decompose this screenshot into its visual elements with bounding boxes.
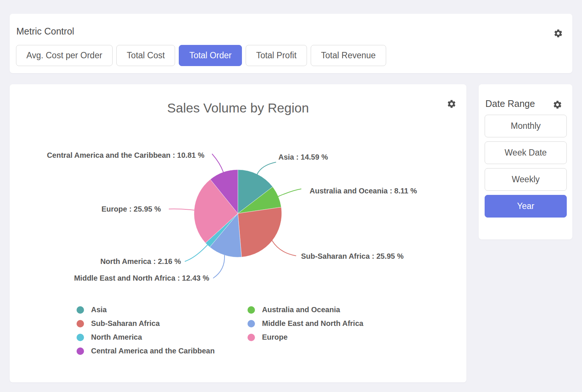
legend-item-middle-east-and-north-africa[interactable]: Middle East and North Africa bbox=[248, 319, 363, 328]
date-option-monthly[interactable]: Monthly bbox=[485, 115, 567, 137]
slice-label-europe: Europe : 25.95 % bbox=[101, 205, 161, 213]
chart-title: Sales Volume by Region bbox=[10, 101, 466, 114]
legend-item-sub-saharan-africa[interactable]: Sub-Saharan Africa bbox=[77, 319, 248, 328]
metric-option-total-revenue[interactable]: Total Revenue bbox=[311, 45, 386, 66]
chart-legend: AsiaAustralia and OceaniaSub-Saharan Afr… bbox=[77, 303, 363, 358]
metric-option-total-profit[interactable]: Total Profit bbox=[246, 45, 307, 66]
label-line-sub-saharan-africa bbox=[272, 241, 296, 256]
metric-control-panel: Metric Control Avg. Cost per OrderTotal … bbox=[10, 14, 572, 73]
date-option-week-date[interactable]: Week Date bbox=[485, 141, 567, 164]
label-line-central-america-and-the-caribbean bbox=[212, 154, 223, 172]
slice-label-north-america: North America : 2.16 % bbox=[100, 257, 181, 265]
metric-control-title: Metric Control bbox=[16, 27, 74, 36]
metric-control-settings-button[interactable] bbox=[553, 29, 563, 38]
pie-slice-sub-saharan-africa[interactable] bbox=[238, 207, 282, 257]
legend-label: Middle East and North Africa bbox=[262, 319, 363, 328]
date-option-year[interactable]: Year bbox=[485, 195, 567, 218]
date-range-panel: Date Range MonthlyWeek DateWeeklyYear bbox=[479, 84, 572, 239]
metric-option-total-cost[interactable]: Total Cost bbox=[116, 45, 175, 66]
pie-chart[interactable]: Asia : 14.59 %Australia and Oceania : 8.… bbox=[10, 142, 466, 309]
legend-item-australia-and-oceania[interactable]: Australia and Oceania bbox=[248, 306, 363, 314]
label-line-north-america bbox=[185, 245, 207, 261]
label-line-europe bbox=[169, 209, 194, 210]
date-range-title: Date Range bbox=[485, 99, 535, 108]
slice-label-asia: Asia : 14.59 % bbox=[278, 153, 328, 161]
legend-dot-icon bbox=[248, 320, 255, 327]
legend-dot-icon bbox=[248, 306, 255, 314]
gear-icon bbox=[553, 100, 562, 110]
legend-label: Australia and Oceania bbox=[262, 306, 340, 314]
gear-icon bbox=[447, 99, 456, 109]
sales-volume-chart-panel: Sales Volume by Region Asia : 14.59 %Aus… bbox=[10, 84, 466, 382]
gear-icon bbox=[553, 29, 563, 38]
legend-dot-icon bbox=[77, 306, 84, 314]
legend-label: North America bbox=[91, 333, 142, 342]
legend-dot-icon bbox=[77, 347, 84, 355]
date-range-settings-button[interactable] bbox=[553, 100, 562, 110]
slice-label-sub-saharan-africa: Sub-Saharan Africa : 25.95 % bbox=[301, 252, 404, 260]
date-options-group: MonthlyWeek DateWeeklyYear bbox=[485, 115, 567, 218]
label-line-middle-east-and-north-africa bbox=[213, 255, 224, 278]
date-option-weekly[interactable]: Weekly bbox=[485, 168, 567, 191]
metric-option-total-order[interactable]: Total Order bbox=[179, 45, 242, 66]
chart-settings-button[interactable] bbox=[447, 99, 456, 109]
label-line-asia bbox=[257, 162, 276, 174]
legend-item-north-america[interactable]: North America bbox=[77, 333, 248, 342]
legend-dot-icon bbox=[77, 320, 84, 327]
legend-item-central-america-and-the-caribbean[interactable]: Central America and the Caribbean bbox=[77, 347, 248, 355]
legend-label: Central America and the Caribbean bbox=[91, 347, 215, 355]
legend-item-europe[interactable]: Europe bbox=[248, 333, 363, 342]
slice-label-australia-and-oceania: Australia and Oceania : 8.11 % bbox=[310, 187, 417, 195]
label-line-australia-and-oceania bbox=[278, 189, 301, 196]
legend-dot-icon bbox=[248, 334, 255, 341]
legend-label: Asia bbox=[91, 306, 107, 314]
legend-item-asia[interactable]: Asia bbox=[77, 306, 248, 314]
legend-label: Sub-Saharan Africa bbox=[91, 319, 160, 328]
legend-label: Europe bbox=[262, 333, 288, 342]
metric-option-avg-cost-per-order[interactable]: Avg. Cost per Order bbox=[16, 45, 113, 66]
slice-label-middle-east-and-north-africa: Middle East and North Africa : 12.43 % bbox=[74, 274, 209, 282]
metric-options-group: Avg. Cost per OrderTotal CostTotal Order… bbox=[16, 45, 386, 66]
slice-label-central-america-and-the-caribbean: Central America and the Caribbean : 10.8… bbox=[47, 151, 204, 159]
legend-dot-icon bbox=[77, 334, 84, 341]
